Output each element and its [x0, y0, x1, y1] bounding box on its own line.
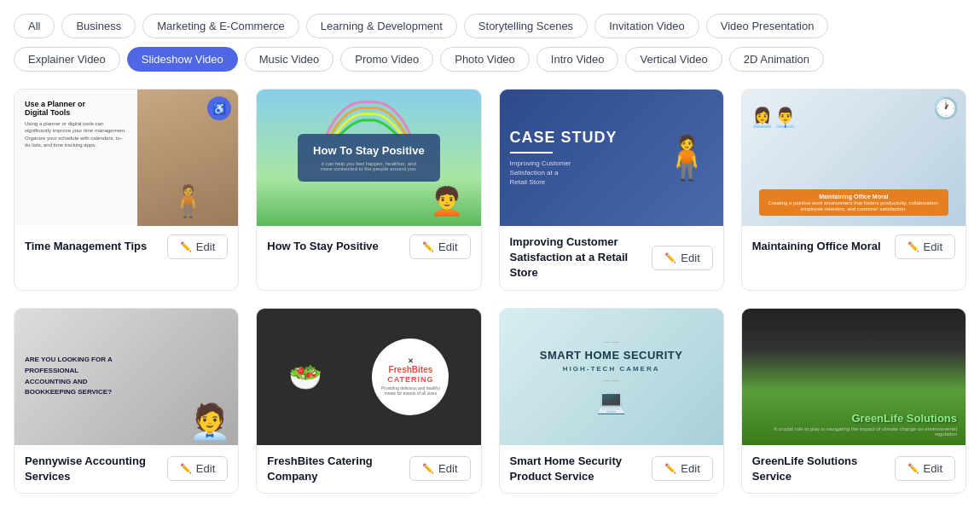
- filter-row-2: Explainer VideoSlideshow VideoMusic Vide…: [14, 47, 966, 72]
- card-title-stay-positive: How To Stay Positive: [267, 239, 403, 254]
- video-card-smart-home: — — SMART HOME SECURITY HIGH-TECH CAMERA…: [499, 308, 724, 494]
- card-title-greenlife: GreenLife Solutions Service: [752, 454, 888, 484]
- filter-tag-invitation[interactable]: Invitation Video: [594, 14, 699, 38]
- card-bottom-stay-positive: How To Stay Positive✏️ Edit: [257, 226, 480, 268]
- filter-tag-marketing[interactable]: Marketing & E-Commerce: [142, 14, 299, 38]
- filter-row-1: AllBusinessMarketing & E-CommerceLearnin…: [14, 14, 966, 38]
- filter-tag-intro[interactable]: Intro Video: [536, 47, 619, 72]
- filter-tag-photo[interactable]: Photo Video: [440, 47, 530, 72]
- video-card-greenlife: GreenLife Solutions A crucial role to pl…: [741, 308, 966, 494]
- card-bottom-customer-satisfaction: Improving Customer Satisfaction at a Ret…: [500, 226, 723, 290]
- card-title-customer-satisfaction: Improving Customer Satisfaction at a Ret…: [510, 234, 646, 281]
- card-bottom-greenlife: GreenLife Solutions Service✏️ Edit: [742, 445, 966, 493]
- filter-tag-promo[interactable]: Promo Video: [340, 47, 433, 72]
- filter-tag-business[interactable]: Business: [61, 14, 136, 38]
- filter-tag-learning[interactable]: Learning & Development: [306, 14, 457, 38]
- filter-tag-slideshow[interactable]: Slideshow Video: [127, 47, 238, 72]
- video-thumbnail-freshbites: 🥗 ✕ FreshBites CATERING Providing delici…: [257, 309, 480, 445]
- video-card-time-management: Use a Planner orDigital Tools Using a pl…: [14, 89, 239, 291]
- edit-icon: ✏️: [180, 241, 192, 252]
- card-bottom-accounting: Pennywise Accounting Services✏️ Edit: [14, 445, 238, 493]
- video-thumbnail-smart-home: — — SMART HOME SECURITY HIGH-TECH CAMERA…: [500, 309, 723, 445]
- card-title-time-management: Time Management Tips: [25, 239, 160, 254]
- filter-tag-explainer[interactable]: Explainer Video: [14, 47, 120, 72]
- edit-button-time-management[interactable]: ✏️ Edit: [167, 234, 228, 259]
- edit-icon: ✏️: [908, 241, 919, 252]
- edit-icon: ✏️: [664, 463, 676, 474]
- card-bottom-freshbites: FreshBites Catering Company✏️ Edit: [257, 445, 480, 493]
- video-grid: Use a Planner orDigital Tools Using a pl…: [14, 89, 966, 494]
- video-thumbnail-accounting: ARE YOU LOOKING FOR APROFESSIONALACCOUNT…: [14, 309, 238, 445]
- video-card-office-moral: 🕐 👩‍💼👨‍💼 Maintaining Office Moral Creati…: [741, 89, 966, 291]
- video-card-freshbites: 🥗 ✕ FreshBites CATERING Providing delici…: [256, 308, 481, 494]
- edit-button-smart-home[interactable]: ✏️ Edit: [652, 456, 712, 481]
- edit-button-freshbites[interactable]: ✏️ Edit: [409, 456, 470, 481]
- filter-tag-music[interactable]: Music Video: [245, 47, 334, 72]
- card-title-freshbites: FreshBites Catering Company: [267, 454, 403, 484]
- video-thumbnail-stay-positive: How To Stay Positive it can help you fee…: [257, 90, 480, 226]
- edit-icon: ✏️: [180, 463, 192, 474]
- filter-tag-presentation[interactable]: Video Presentation: [706, 14, 829, 38]
- filter-tag-all[interactable]: All: [14, 14, 55, 38]
- card-bottom-smart-home: Smart Home Security Product Service✏️ Ed…: [500, 445, 723, 493]
- edit-icon: ✏️: [908, 463, 919, 474]
- filter-tag-animation[interactable]: 2D Animation: [729, 47, 824, 72]
- edit-button-stay-positive[interactable]: ✏️ Edit: [409, 234, 470, 259]
- filter-tag-storytelling[interactable]: Storytelling Scenes: [464, 14, 588, 38]
- edit-icon: ✏️: [422, 241, 434, 252]
- video-thumbnail-case-study: CASE STUDY Improving CustomerSatisfactio…: [500, 90, 723, 226]
- edit-button-greenlife[interactable]: ✏️ Edit: [895, 456, 955, 481]
- video-thumbnail-greenlife: GreenLife Solutions A crucial role to pl…: [742, 309, 966, 445]
- filter-tag-vertical[interactable]: Vertical Video: [625, 47, 722, 72]
- card-title-smart-home: Smart Home Security Product Service: [510, 454, 646, 484]
- edit-button-accounting[interactable]: ✏️ Edit: [167, 456, 228, 481]
- video-card-accounting: ARE YOU LOOKING FOR APROFESSIONALACCOUNT…: [14, 308, 239, 494]
- card-bottom-time-management: Time Management Tips✏️ Edit: [14, 226, 238, 268]
- card-title-office-moral: Maintaining Office Moral: [752, 239, 888, 254]
- video-thumbnail-office-moral: 🕐 👩‍💼👨‍💼 Maintaining Office Moral Creati…: [742, 90, 966, 226]
- card-bottom-office-moral: Maintaining Office Moral✏️ Edit: [742, 226, 966, 268]
- video-thumbnail-time-management: Use a Planner orDigital Tools Using a pl…: [14, 90, 238, 226]
- edit-button-customer-satisfaction[interactable]: ✏️ Edit: [652, 246, 712, 270]
- video-card-stay-positive: How To Stay Positive it can help you fee…: [256, 89, 481, 291]
- video-card-customer-satisfaction: CASE STUDY Improving CustomerSatisfactio…: [499, 89, 724, 291]
- edit-button-office-moral[interactable]: ✏️ Edit: [895, 234, 955, 259]
- edit-icon: ✏️: [422, 463, 434, 474]
- card-title-accounting: Pennywise Accounting Services: [25, 454, 160, 484]
- edit-icon: ✏️: [664, 252, 676, 263]
